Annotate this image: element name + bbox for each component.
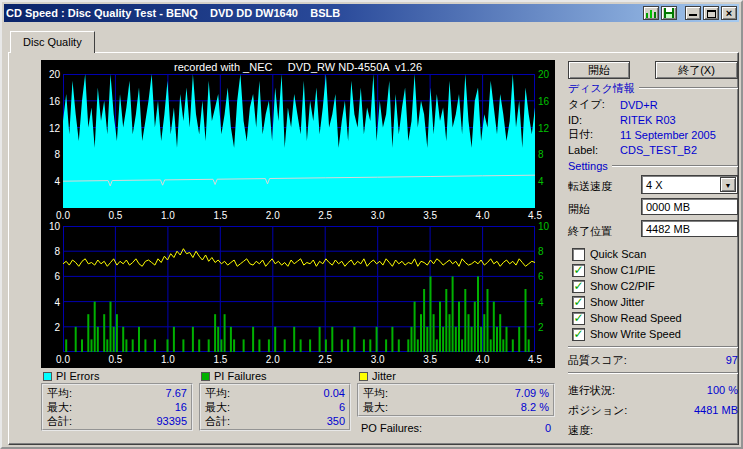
end-position-label: 終了位置 [568, 224, 612, 237]
start-position-label: 開始 [568, 202, 590, 215]
separator-line [612, 165, 738, 167]
settings-header: Settings [568, 160, 738, 172]
axis-tick: 1.0 [158, 354, 178, 365]
checkbox-show-write-speed[interactable]: ✓Show Write Speed [572, 327, 681, 341]
separator-line [568, 346, 738, 348]
stat-value: 93395 [156, 415, 187, 427]
pi-errors-plot [63, 74, 535, 208]
axis-tick: 2 [41, 322, 60, 333]
progress-label: 進行状況: [568, 383, 615, 398]
info-value: CDS_TEST_B2 [620, 144, 697, 156]
stat-label: 合計: [47, 414, 72, 429]
checkbox-show-c2-pif[interactable]: ✓Show C2/PIF [572, 279, 655, 293]
pi-failures-stats-group: PI Failures 平均:0.04 最大:6 合計:350 [199, 370, 351, 444]
separator-line [568, 372, 738, 374]
pi-errors-title: PI Errors [56, 370, 99, 382]
title-bar: CD Speed : Disc Quality Test - BENQ DVD … [4, 4, 739, 22]
checkbox-box[interactable]: ✓ [572, 280, 585, 293]
axis-tick: 10 [41, 221, 60, 232]
checkbox-label: Show Jitter [590, 296, 644, 308]
check-icon: ✓ [573, 281, 584, 292]
stat-label: 平均: [363, 386, 388, 401]
po-failures-value: 0 [545, 422, 551, 434]
close-button[interactable]: × [721, 6, 737, 20]
checkbox-box[interactable]: ✓ [572, 264, 585, 277]
axis-tick: 4.0 [473, 354, 493, 365]
jitter-box: 平均:7.09 % 最大:8.2 % [357, 383, 555, 417]
axis-tick: 12 [41, 123, 60, 134]
stat-label: 最大: [205, 400, 230, 415]
stat-value: 8.2 % [521, 401, 549, 413]
exit-button[interactable]: 終了(X) [655, 61, 738, 79]
floppy-icon [663, 8, 675, 18]
speed-select-value: 4 X [642, 179, 720, 191]
info-label: 日付: [568, 127, 620, 142]
info-value: DVD+R [620, 99, 658, 111]
titlebar-buttons: × [643, 6, 737, 20]
stat-label: 最大: [47, 400, 72, 415]
chart-icon-button[interactable] [643, 6, 659, 20]
pi-failures-swatch [201, 372, 210, 381]
axis-tick: 20 [538, 69, 555, 80]
maximize-button[interactable] [703, 6, 719, 20]
info-label: タイプ: [568, 97, 620, 112]
jitter-title: Jitter [372, 370, 396, 382]
po-failures-row: PO Failures: 0 [357, 421, 555, 435]
axis-tick: 2.0 [263, 354, 283, 365]
app-window: CD Speed : Disc Quality Test - BENQ DVD … [0, 0, 743, 449]
position-label: ポジション: [568, 403, 627, 418]
checkbox-show-read-speed[interactable]: ✓Show Read Speed [572, 311, 682, 325]
minimize-button[interactable] [685, 6, 701, 20]
tab-disc-quality[interactable]: Disc Quality [10, 31, 95, 53]
checkbox-show-c1-pie[interactable]: ✓Show C1/PIE [572, 263, 655, 277]
pi-failures-box: 平均:0.04 最大:6 合計:350 [199, 383, 351, 431]
checkbox-show-jitter[interactable]: ✓Show Jitter [572, 295, 644, 309]
axis-tick: 3.0 [368, 210, 388, 221]
axis-tick: 4.0 [473, 210, 493, 221]
pi-errors-swatch [43, 372, 52, 381]
checkbox-label: Quick Scan [590, 248, 646, 260]
speed-status-label: 速度: [568, 423, 593, 438]
po-failures-label: PO Failures: [361, 422, 422, 434]
axis-tick: 8 [41, 246, 60, 257]
stat-row: 平均:0.04 [201, 386, 349, 400]
checkbox-box[interactable]: ✓ [572, 328, 585, 341]
stat-value: 0.04 [324, 387, 345, 399]
checkbox-box[interactable] [572, 248, 585, 261]
position-value: 4481 MB [694, 404, 738, 416]
start-position-input[interactable] [641, 198, 738, 215]
start-button[interactable]: 開始 [568, 61, 630, 79]
pi-failures-title: PI Failures [214, 370, 267, 382]
jitter-swatch [359, 372, 368, 381]
checkbox-box[interactable]: ✓ [572, 296, 585, 309]
pi-errors-box: 平均:7.67 最大:16 合計:93395 [41, 383, 193, 431]
stat-label: 平均: [47, 386, 72, 401]
info-row-type: タイプ:DVD+R [568, 98, 738, 111]
axis-tick: 4.5 [525, 210, 545, 221]
axis-tick: 12 [538, 123, 555, 134]
stat-row: 最大:16 [43, 400, 191, 414]
axis-tick: 20 [41, 69, 60, 80]
checkbox-quick-scan[interactable]: Quick Scan [572, 247, 646, 261]
speed-select[interactable]: 4 X ▼ [641, 175, 738, 194]
end-position-input[interactable] [641, 220, 738, 237]
bar-chart-icon [645, 8, 657, 18]
floppy-icon-button[interactable] [661, 6, 677, 20]
axis-tick: 8 [538, 149, 555, 160]
axis-tick: 1.0 [158, 210, 178, 221]
axis-tick: 16 [41, 96, 60, 107]
axis-tick: 2 [538, 322, 555, 333]
axis-tick: 6 [41, 271, 60, 282]
speed-select-label: 転送速度 [568, 179, 612, 192]
axis-tick: 2.0 [263, 210, 283, 221]
chevron-down-icon[interactable]: ▼ [720, 177, 736, 192]
stat-value: 350 [327, 415, 345, 427]
quality-score-label: 品質スコア: [568, 353, 627, 368]
stat-value: 7.67 [166, 387, 187, 399]
chart-panel: recorded with _NEC DVD_RW ND-4550A v1.26… [41, 60, 555, 368]
checkbox-box[interactable]: ✓ [572, 312, 585, 325]
check-icon: ✓ [573, 297, 584, 308]
disc-quality-page: recorded with _NEC DVD_RW ND-4550A v1.26… [8, 52, 739, 445]
checkbox-label: Show C2/PIF [590, 280, 655, 292]
check-icon: ✓ [573, 265, 584, 276]
